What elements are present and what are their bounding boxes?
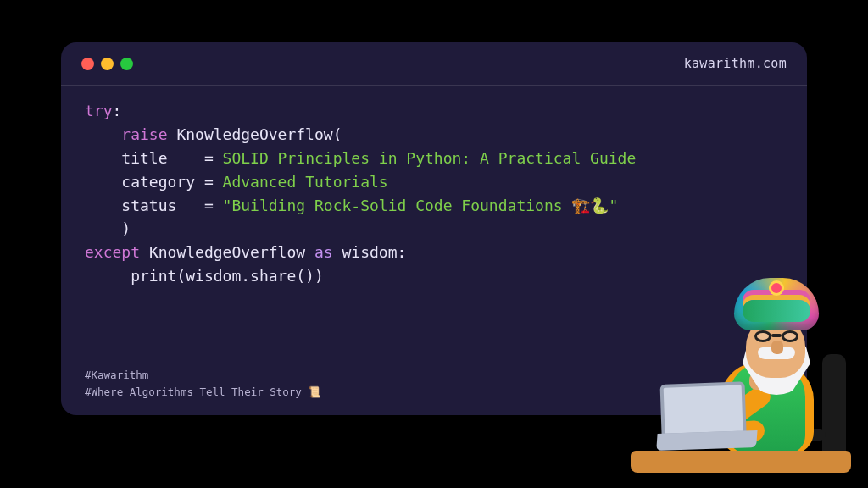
code-window: kawarithm.com try: raise KnowledgeOverfl… — [61, 42, 807, 415]
category-value: Advanced Tutorials — [223, 173, 388, 191]
kw-as: as — [314, 243, 333, 261]
code-block: try: raise KnowledgeOverflow( title = SO… — [61, 86, 807, 358]
body-line: print(wisdom.share()) — [131, 267, 324, 285]
hashtag-brand: #Kawarithm — [85, 367, 783, 383]
kw-raise: raise — [121, 125, 167, 143]
title-value: SOLID Principles in Python: A Practical … — [223, 147, 664, 170]
domain-label: kawarithm.com — [684, 56, 787, 71]
footer: #Kawarithm #Where Algorithms Tell Their … — [61, 358, 807, 415]
zoom-dot-icon[interactable] — [120, 58, 133, 70]
window-titlebar: kawarithm.com — [61, 42, 807, 86]
param-status: status — [121, 197, 176, 214]
desk-icon — [631, 451, 851, 473]
hashtag-tagline: #Where Algorithms Tell Their Story 📜 — [85, 384, 783, 400]
traffic-lights — [81, 58, 133, 70]
param-category: category — [121, 173, 195, 191]
exception-name: KnowledgeOverflow — [176, 125, 332, 143]
alias-name: wisdom — [342, 243, 397, 261]
close-dot-icon[interactable] — [81, 58, 94, 70]
minimize-dot-icon[interactable] — [101, 58, 114, 70]
param-title: title — [121, 149, 167, 167]
status-value: "Building Rock-Solid Code Foundations 🏗️… — [223, 197, 619, 214]
kw-except: except — [85, 243, 140, 261]
kw-try: try — [85, 102, 113, 119]
